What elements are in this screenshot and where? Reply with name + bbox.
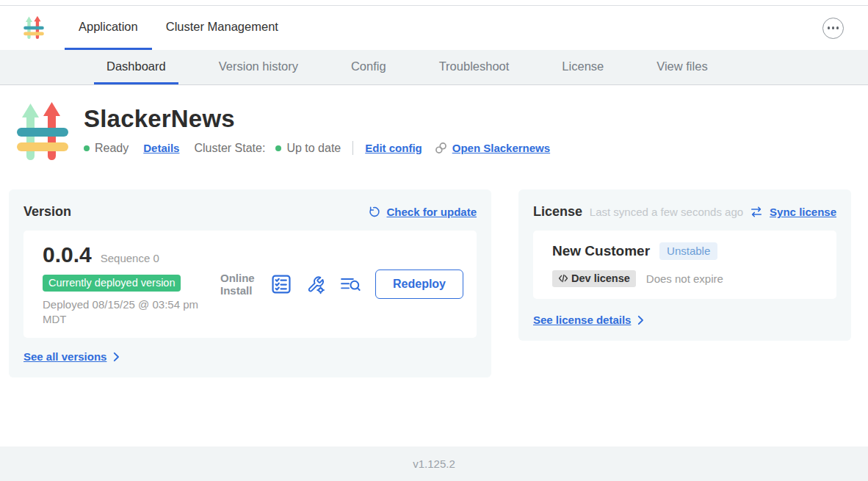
subnav-tab-version-history[interactable]: Version history: [206, 50, 311, 84]
check-for-update-group[interactable]: Check for update: [367, 206, 477, 218]
version-card: Version Check for update 0.0.4 Sequence: [9, 189, 491, 377]
customer-name: New Customer: [552, 243, 650, 259]
cluster-state-dot: [275, 145, 281, 151]
version-card-title: Version: [23, 204, 71, 220]
version-number: 0.0.4: [43, 242, 92, 267]
subnav-tab-license[interactable]: License: [549, 50, 616, 84]
see-all-versions-row[interactable]: See all versions: [23, 350, 477, 363]
status-divider: [352, 141, 353, 155]
license-card: License Last synced a few seconds ago Sy…: [518, 189, 851, 341]
license-panel: New Customer Unstable Dev license: [533, 231, 836, 299]
sequence-label: Sequence 0: [101, 252, 159, 264]
cluster-state-label: Cluster State:: [194, 142, 265, 155]
edit-config-link[interactable]: Edit config: [365, 142, 422, 154]
app-header: SlackerNews Ready Details Cluster State:…: [15, 101, 868, 164]
wrench-gear-icon: [305, 275, 325, 294]
last-synced-text: Last synced a few seconds ago: [590, 206, 743, 218]
console-version: v1.125.2: [413, 458, 455, 470]
subnav-tab-troubleshoot[interactable]: Troubleshoot: [427, 50, 522, 84]
chevron-right-icon: [112, 352, 121, 362]
refresh-icon: [367, 206, 380, 218]
dashboard-main: SlackerNews Ready Details Cluster State:…: [0, 101, 868, 377]
app-status-dot: [84, 145, 90, 151]
subnav-tab-config[interactable]: Config: [339, 50, 399, 84]
config-tools-button[interactable]: [305, 275, 325, 294]
cluster-state-value: Up to date: [286, 142, 341, 155]
admin-console-page: Application Cluster Management Dashboard…: [0, 0, 868, 481]
status-details-link[interactable]: Details: [143, 142, 179, 154]
open-app-link[interactable]: Open Slackernews: [452, 142, 550, 154]
check-for-update-link[interactable]: Check for update: [386, 206, 477, 218]
main-nav: Application Cluster Management: [0, 6, 868, 50]
app-logo-icon: [23, 15, 45, 40]
overflow-menu-button[interactable]: [822, 18, 844, 39]
sync-license-link[interactable]: Sync license: [770, 206, 836, 218]
app-status-row: Ready Details Cluster State: Up to date …: [84, 141, 550, 155]
app-status-text: Ready: [95, 142, 129, 155]
deployed-badge: Currently deployed version: [43, 275, 181, 292]
subnav-tab-view-files[interactable]: View files: [644, 50, 720, 84]
current-version-panel: 0.0.4 Sequence 0 Currently deployed vers…: [23, 231, 477, 338]
top-divider: [0, 0, 868, 6]
ellipsis-icon: [828, 26, 839, 29]
channel-badge: Unstable: [659, 242, 717, 260]
primary-tabs: Application Cluster Management: [65, 6, 292, 50]
app-title: SlackerNews: [84, 105, 550, 133]
tab-cluster-management[interactable]: Cluster Management: [152, 6, 292, 50]
license-type-text: Dev license: [571, 272, 630, 284]
code-icon: [558, 274, 568, 283]
chevron-right-icon: [636, 315, 645, 325]
deployed-timestamp: Deployed 08/15/25 @ 03:54 pm MDT: [43, 297, 208, 326]
app-subnav: Dashboard Version history Config Trouble…: [0, 50, 868, 85]
license-type-badge: Dev license: [552, 270, 636, 287]
see-license-details-row[interactable]: See license details: [533, 314, 836, 326]
open-app-link-group[interactable]: Open Slackernews: [434, 141, 550, 155]
logs-search-icon: [340, 275, 361, 293]
install-type-label: Online Install: [220, 272, 257, 297]
tab-application[interactable]: Application: [65, 6, 152, 50]
license-card-title: License: [533, 204, 582, 220]
preflight-checks-button[interactable]: [272, 275, 291, 294]
checklist-icon: [272, 275, 291, 294]
app-logo-large: [15, 101, 70, 164]
view-logs-button[interactable]: [340, 275, 361, 293]
console-footer: v1.125.2: [0, 446, 868, 481]
dashboard-cards: Version Check for update 0.0.4 Sequence: [9, 189, 851, 377]
see-license-details-link[interactable]: See license details: [533, 314, 631, 326]
sync-icon: [750, 206, 763, 218]
see-all-versions-link[interactable]: See all versions: [23, 350, 106, 363]
chain-link-icon: [434, 141, 448, 155]
redeploy-button[interactable]: Redeploy: [375, 270, 463, 299]
license-expiry: Does not expire: [646, 272, 723, 285]
subnav-tab-dashboard[interactable]: Dashboard: [94, 50, 178, 84]
